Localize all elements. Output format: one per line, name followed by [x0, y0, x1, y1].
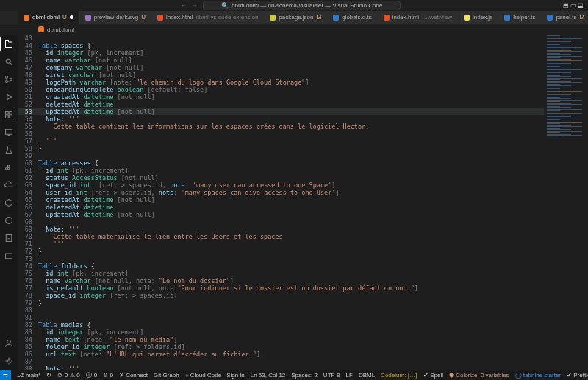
code-line[interactable]: 62 status AccessStatus [not null]: [18, 174, 559, 182]
problems[interactable]: ⊘ 0 ⚠ 0: [57, 372, 79, 379]
code-line[interactable]: 48 siret varchar [not null]: [18, 71, 559, 79]
tab-dbml-dbml[interactable]: dbml.dbmlU: [18, 11, 79, 24]
code-line[interactable]: 45 id integer [pk, increment]: [18, 49, 559, 57]
code-line[interactable]: 74Table folders {: [18, 262, 559, 270]
nav-back-icon[interactable]: ←: [181, 2, 187, 9]
code-line[interactable]: 52 deletedAt datetime: [18, 101, 559, 108]
breadcrumb[interactable]: dbml.dbml: [0, 24, 588, 35]
git-branch[interactable]: ⎇ main*: [17, 372, 40, 379]
docker-icon[interactable]: [4, 162, 14, 173]
code-line[interactable]: 85 folder_id integer [ref: > folders.id]: [18, 343, 559, 351]
code-line[interactable]: 81: [18, 314, 559, 321]
code-line[interactable]: 75 id int [pk, increment]: [18, 270, 559, 277]
code-line[interactable]: 61 id int [pk, increment]: [18, 167, 559, 174]
gear-icon[interactable]: [4, 356, 14, 366]
window-controls[interactable]: ⬒ ▭ ⬓: [563, 2, 584, 9]
code-line[interactable]: 67 updatedAt datetime [not null]: [18, 211, 559, 218]
code-line[interactable]: 69 Note: ''': [18, 226, 559, 233]
tab-preview-dark-svg[interactable]: preview-dark.svgU: [79, 11, 151, 24]
code-line[interactable]: 46 name varchar [not null]: [18, 57, 559, 64]
language-mode[interactable]: DBML: [359, 372, 375, 379]
notifications-count[interactable]: ⓘ 0: [86, 371, 97, 379]
colorize-status[interactable]: ⬢ Colorize: 0 variables: [449, 372, 509, 379]
tab-panel-ts[interactable]: panel.tsM: [541, 11, 588, 24]
debug-icon[interactable]: [4, 92, 14, 102]
todo-icon[interactable]: [4, 233, 14, 243]
code-line[interactable]: 80: [18, 306, 559, 314]
code-line[interactable]: 68: [18, 218, 559, 226]
code-line[interactable]: 59: [18, 152, 559, 159]
tab-index-html[interactable]: index.html dbml-vs-code-extension: [151, 11, 264, 24]
codeium-status[interactable]: Codeium: {…}: [381, 372, 417, 379]
explorer-icon[interactable]: [4, 39, 14, 49]
code-line[interactable]: 63 space_id int [ref: > spaces.id, note:…: [18, 182, 559, 189]
code-line[interactable]: 60Table accesses {: [18, 159, 559, 167]
code-line[interactable]: 65 createdAt datetime [not null]: [18, 196, 559, 204]
code-line[interactable]: 43: [18, 35, 559, 42]
code-line[interactable]: 78 space_id integer [ref: > spaces.id]: [18, 292, 559, 299]
code-line[interactable]: 83 id integer [pk, increment]: [18, 329, 559, 336]
code-line[interactable]: 88 Note: ''': [18, 365, 559, 370]
code-line[interactable]: 50 onboardingComplete boolean [default: …: [18, 86, 559, 93]
package-icon[interactable]: [4, 198, 14, 208]
code-line[interactable]: 58}: [18, 145, 559, 152]
tab-package-json[interactable]: package.jsonM: [264, 11, 327, 24]
code-line[interactable]: 72}: [18, 248, 559, 255]
code-line[interactable]: 53 updatedAt datetime [not null]: [18, 108, 559, 115]
account-icon[interactable]: [4, 338, 14, 348]
encoding[interactable]: UTF-8: [323, 372, 340, 379]
tab-index-html[interactable]: index.html …/webview: [378, 11, 458, 24]
search-icon[interactable]: [4, 57, 14, 67]
tab-label: package.json: [279, 14, 313, 21]
code-line[interactable]: 70 Cette table materialise le lien entre…: [18, 233, 559, 240]
cloud-code-signin[interactable]: ⟐ Cloud Code - Sign in: [185, 372, 245, 379]
source-control-icon[interactable]: [4, 74, 14, 85]
code-line[interactable]: 79}: [18, 299, 559, 306]
github-icon[interactable]: [4, 215, 14, 226]
tab-globals-d-ts[interactable]: globals.d.ts: [327, 11, 377, 24]
code-line[interactable]: 51 createdAt datetime [not null]: [18, 93, 559, 101]
ports[interactable]: ⇪ 0: [103, 372, 113, 379]
code-line[interactable]: 44Table spaces {: [18, 42, 559, 49]
code-line[interactable]: 84 name text [note: "le nom du média"]: [18, 336, 559, 343]
editor[interactable]: 4344Table spaces {45 id integer [pk, inc…: [18, 35, 588, 370]
project-icon[interactable]: [4, 251, 14, 261]
indentation[interactable]: Spaces: 2: [291, 372, 318, 379]
code-line[interactable]: 56: [18, 130, 559, 137]
code-line[interactable]: 66 deletedAt datetime: [18, 204, 559, 211]
remote-icon[interactable]: [4, 127, 14, 137]
spell-check[interactable]: ✔ Spell: [423, 372, 443, 379]
line-content: ''': [38, 240, 65, 248]
extensions-icon[interactable]: [4, 110, 14, 120]
code-line[interactable]: 47 company varchar [not null]: [18, 64, 559, 71]
live-share[interactable]: ✕ Connect: [119, 372, 148, 379]
cursor-position[interactable]: Ln 53, Col 12: [251, 372, 286, 379]
nav-forward-icon[interactable]: →: [191, 2, 197, 9]
test-icon[interactable]: [4, 145, 14, 155]
code-line[interactable]: 73: [18, 255, 559, 262]
tabnine-status[interactable]: ◯ tabnine starter: [515, 372, 561, 379]
code-line[interactable]: 57 ''': [18, 137, 559, 145]
code-line[interactable]: 77 is_default boolean [not null, note:"P…: [18, 284, 559, 292]
code-line[interactable]: 76 name varchar [not null, note: "Le nom…: [18, 277, 559, 284]
command-center[interactable]: 🔍 dbml.dbml — db-schema-visualiser — Vis…: [203, 1, 401, 10]
eol[interactable]: LF: [346, 372, 353, 379]
svg-point-12: [6, 218, 12, 224]
code-line[interactable]: 86 url text [note: "L'URL qui permet d'a…: [18, 351, 559, 358]
code-line[interactable]: 49 logoPath varchar [note: "le chemin du…: [18, 79, 559, 86]
git-sync[interactable]: ↻: [46, 372, 51, 379]
code-line[interactable]: 82Table medias {: [18, 321, 559, 329]
code-line[interactable]: 71 ''': [18, 240, 559, 248]
remote-indicator[interactable]: ⇋: [0, 370, 11, 380]
tab-helper-ts[interactable]: helper.ts: [498, 11, 541, 24]
line-content: company varchar [not null]: [38, 64, 143, 71]
code-line[interactable]: 54 Note: ''': [18, 115, 559, 123]
code-line[interactable]: 55 Cette table contient les informations…: [18, 123, 559, 130]
prettier-status[interactable]: ✔ Prettier: [567, 372, 588, 379]
cloud-icon[interactable]: [4, 180, 14, 190]
git-graph[interactable]: Git Graph: [154, 372, 179, 379]
code-line[interactable]: 87: [18, 358, 559, 365]
tab-index-js[interactable]: index.js: [458, 11, 498, 24]
minimap[interactable]: [544, 35, 588, 370]
code-line[interactable]: 64 user_id int [ref: > users.id, note: '…: [18, 189, 559, 196]
